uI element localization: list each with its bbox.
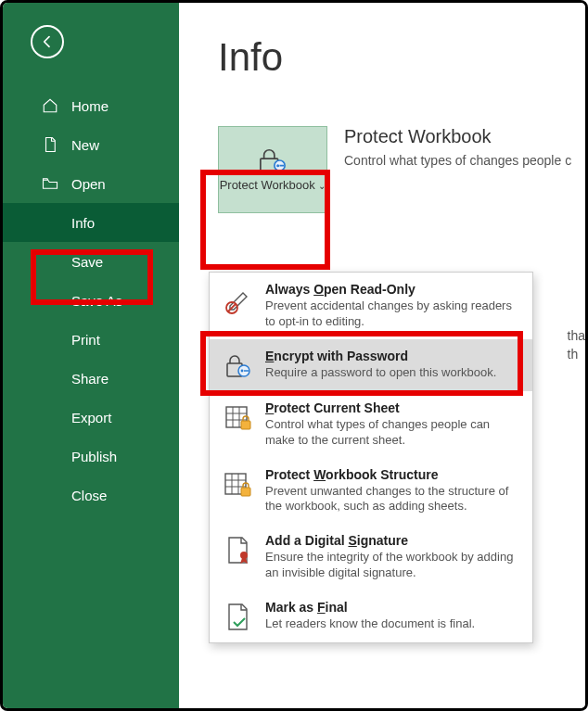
sidebar-item-label: Print	[71, 332, 100, 348]
dropdown-item-title: Encrypt with Password	[265, 349, 519, 363]
certificate-icon	[223, 535, 254, 566]
sidebar-item-label: Close	[71, 488, 107, 503]
file-check-icon	[223, 602, 254, 633]
home-icon	[42, 97, 58, 114]
svg-point-11	[240, 552, 248, 559]
dropdown-item-desc: Prevent unwanted changes to the structur…	[265, 484, 519, 515]
section-desc: Control what types of changes people c	[344, 153, 571, 168]
section-title: Protect Workbook	[344, 126, 571, 147]
backstage-sidebar: Home New Open Info Save Save As Print Sh…	[3, 3, 179, 708]
dropdown-item-title: Add a Digital Signature	[265, 533, 519, 548]
blank-icon	[42, 292, 58, 309]
workbook-lock-icon	[223, 469, 254, 501]
sidebar-item-home[interactable]: Home	[3, 86, 179, 125]
dropdown-item-mark-final[interactable]: Mark as Final Let readers know the docum…	[210, 590, 532, 642]
dropdown-item-title: Protect Current Sheet	[265, 400, 519, 415]
blank-icon	[42, 370, 58, 387]
sidebar-item-label: Open	[71, 176, 106, 192]
new-file-icon	[42, 136, 58, 153]
blank-icon	[42, 487, 58, 503]
lock-key-icon	[223, 350, 254, 382]
pencil-prohibit-icon	[223, 284, 254, 315]
sidebar-item-label: Save	[71, 254, 103, 270]
blank-icon	[42, 214, 58, 231]
dropdown-item-title: Mark as Final	[265, 600, 519, 615]
blank-icon	[42, 409, 58, 425]
sidebar-item-label: Publish	[71, 449, 117, 464]
dropdown-item-read-only[interactable]: Always Open Read-Only Prevent accidental…	[210, 273, 532, 339]
protect-section: Protect Workbook ⌄ Protect Workbook Cont…	[218, 126, 585, 213]
sidebar-item-print[interactable]: Print	[3, 320, 179, 359]
lock-key-icon	[255, 146, 290, 174]
dropdown-item-desc: Require a password to open this workbook…	[265, 365, 519, 381]
sidebar-item-open[interactable]: Open	[3, 164, 179, 203]
protect-button-label: Protect Workbook ⌄	[220, 178, 326, 193]
blank-icon	[42, 448, 58, 464]
side-note: thath	[568, 327, 585, 363]
sidebar-item-info[interactable]: Info	[3, 203, 179, 242]
sidebar-item-label: Info	[71, 215, 95, 231]
sidebar-item-close[interactable]: Close	[3, 476, 179, 514]
dropdown-item-desc: Control what types of changes people can…	[265, 417, 519, 449]
blank-icon	[42, 253, 58, 270]
sidebar-item-label: Export	[71, 410, 111, 425]
sidebar-item-export[interactable]: Export	[3, 398, 179, 437]
sheet-lock-icon	[223, 402, 254, 434]
dropdown-item-digital-signature[interactable]: Add a Digital Signature Ensure the integ…	[210, 524, 532, 590]
svg-point-2	[276, 164, 279, 167]
back-button[interactable]	[31, 25, 64, 58]
dropdown-item-desc: Ensure the integrity of the workbook by …	[265, 550, 519, 581]
folder-open-icon	[42, 175, 58, 192]
svg-point-6	[241, 369, 244, 372]
sidebar-item-share[interactable]: Share	[3, 359, 179, 398]
protect-workbook-button[interactable]: Protect Workbook ⌄	[218, 126, 327, 213]
dropdown-item-protect-sheet[interactable]: Protect Current Sheet Control what types…	[210, 391, 532, 458]
dropdown-item-protect-structure[interactable]: Protect Workbook Structure Prevent unwan…	[210, 458, 532, 525]
protect-workbook-dropdown: Always Open Read-Only Prevent accidental…	[209, 272, 533, 643]
dropdown-item-title: Protect Workbook Structure	[265, 467, 519, 482]
dropdown-item-desc: Prevent accidental changes by asking rea…	[265, 298, 519, 330]
sidebar-item-label: Save As	[71, 293, 122, 309]
svg-rect-8	[241, 421, 250, 429]
svg-rect-10	[241, 488, 250, 496]
back-arrow-icon	[40, 34, 55, 49]
dropdown-item-title: Always Open Read-Only	[265, 282, 519, 297]
sidebar-item-new[interactable]: New	[3, 125, 179, 164]
dropdown-item-desc: Let readers know the document is final.	[265, 616, 519, 632]
sidebar-item-save-as[interactable]: Save As	[3, 281, 179, 320]
sidebar-item-label: New	[71, 137, 99, 153]
dropdown-item-encrypt-password[interactable]: Encrypt with Password Require a password…	[210, 339, 532, 391]
sidebar-item-save[interactable]: Save	[3, 242, 179, 281]
sidebar-item-label: Share	[71, 371, 109, 387]
section-text: Protect Workbook Control what types of c…	[344, 126, 571, 168]
blank-icon	[42, 331, 58, 348]
sidebar-item-publish[interactable]: Publish	[3, 437, 179, 476]
page-title: Info	[218, 35, 585, 80]
sidebar-item-label: Home	[71, 98, 109, 114]
